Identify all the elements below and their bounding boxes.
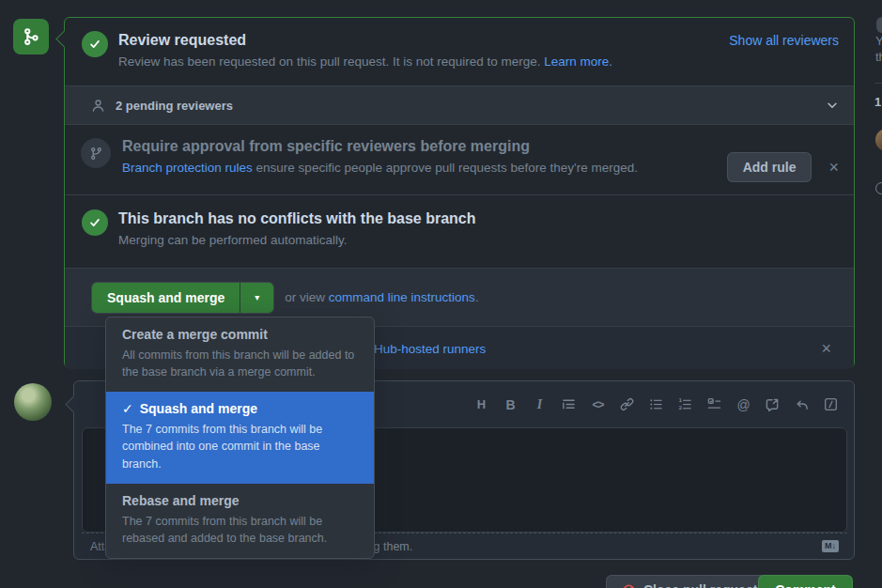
heading-icon[interactable]: H [472,395,490,413]
sidebar-clipped-count: 1 [874,95,881,109]
sidebar-clipped-text: Y [875,34,882,48]
cross-reference-icon[interactable] [764,395,781,413]
dropdown-item-title: Create a merge commit [122,327,358,342]
review-requested-title: Review requested [118,31,612,50]
dropdown-item-description: The 7 commits from this branch will be r… [122,513,358,547]
close-pull-request-button[interactable]: Close pull request [606,575,773,588]
add-rule-button[interactable]: Add rule [727,152,812,182]
review-requested-texts: Review requested Review has been request… [118,31,612,85]
require-approval-title: Require approval from specific reviewers… [122,137,638,156]
no-conflicts-description: Merging can be performed automatically. [118,233,476,247]
user-avatar[interactable] [14,383,52,421]
dismiss-require-icon[interactable]: × [828,159,839,176]
comment-button[interactable]: Comment [758,575,853,588]
no-conflicts-texts: This branch has no conflicts with the ba… [118,209,476,268]
svg-text:2: 2 [678,405,682,410]
dropdown-item-title: Rebase and merge [122,493,358,508]
review-requested-section: Review requested Review has been request… [65,18,854,85]
hosted-runners-link[interactable]: Hub-hosted runners [374,341,486,355]
command-line-instructions-link[interactable]: command line instructions [329,290,475,304]
reply-icon[interactable] [793,395,811,413]
link-icon[interactable] [618,395,636,413]
git-branch-icon [81,138,111,168]
require-approval-texts: Require approval from specific reviewers… [122,137,638,194]
ordered-list-icon[interactable]: 12 [676,395,694,413]
show-all-reviewers-link[interactable]: Show all reviewers [729,31,839,85]
markdown-supported-icon[interactable]: M↓ [822,540,839,552]
chevron-down-icon [826,99,839,112]
pending-reviewers-row[interactable]: 2 pending reviewers [65,85,854,125]
italic-icon[interactable]: I [531,395,549,413]
code-icon[interactable]: <> [589,395,607,413]
check-circle-icon [82,209,108,236]
quote-icon[interactable] [560,395,578,413]
require-approval-section: Require approval from specific reviewers… [65,125,854,194]
pull-request-merge-screen: Review requested Review has been request… [0,0,882,588]
sidebar-clipped-icon [875,182,882,194]
dismiss-notice-icon[interactable]: × [821,340,831,357]
merge-box: Review requested Review has been request… [64,17,855,368]
branch-protection-rules-link[interactable]: Branch protection rules [122,161,253,175]
sidebar-divider [874,83,882,84]
merge-button-group: Squash and merge ▾ [91,282,274,314]
person-icon [91,99,105,113]
merge-options-dropdown-button[interactable]: ▾ [240,283,273,313]
dropdown-item-rebase-and-merge[interactable]: Rebase and merge The 7 commits from this… [106,484,374,558]
svg-text:1: 1 [678,397,682,403]
merge-options-dropdown: Create a merge commit All commits from t… [105,317,375,559]
dropdown-item-description: The 7 commits from this branch will be c… [122,421,358,472]
check-circle-icon [82,31,108,57]
no-conflicts-section: This branch has no conflicts with the ba… [65,194,854,268]
require-approval-description: Branch protection rules ensure specific … [122,161,638,175]
dropdown-item-description: All commits from this branch will be add… [122,347,358,380]
git-merge-icon [22,27,40,46]
command-line-hint: or view command line instructions. [285,290,478,304]
slash-command-icon[interactable] [822,395,840,413]
review-requested-description: Review has been requested on this pull r… [118,54,612,69]
unordered-list-icon[interactable] [647,395,665,413]
sidebar-participant-avatar[interactable] [875,129,882,151]
check-icon: ✓ [122,401,133,416]
squash-and-merge-button[interactable]: Squash and merge [92,283,240,313]
dropdown-item-create-merge-commit[interactable]: Create a merge commit All commits from t… [106,317,374,392]
bold-icon[interactable]: B [502,395,519,413]
no-conflicts-title: This branch has no conflicts with the ba… [118,209,476,228]
sidebar-clipped-text: th [875,50,882,64]
dropdown-item-title: ✓Squash and merge [122,401,358,416]
mention-icon[interactable]: @ [735,395,752,413]
dropdown-item-squash-and-merge[interactable]: ✓Squash and merge The 7 commits from thi… [106,392,374,483]
sidebar-clipped-button [876,17,882,33]
task-list-icon[interactable] [705,395,723,413]
pending-reviewers-label: 2 pending reviewers [116,99,233,113]
close-pull-request-label: Close pull request [643,582,757,588]
require-approval-controls: Add rule × [727,137,839,194]
learn-more-link[interactable]: Learn more. [544,54,612,69]
pr-closed-icon [622,583,636,588]
timeline-merge-badge [13,19,49,54]
